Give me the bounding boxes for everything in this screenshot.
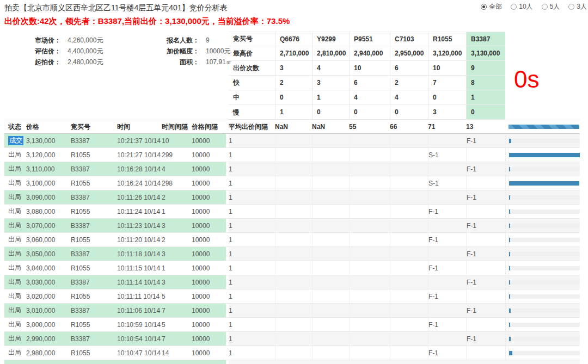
cell-price: 2,990,000 [26, 332, 71, 346]
cell-empty [390, 148, 428, 162]
cell-bidder: B3387 [71, 162, 117, 176]
cell-status: 出局 [8, 318, 26, 331]
cell-count: 1 [229, 275, 275, 289]
cell-price: 3,010,000 [26, 304, 71, 317]
bar-track [509, 280, 580, 285]
cell-price-interval: 10000 [192, 318, 226, 331]
cell-empty [312, 176, 349, 190]
info-label: 市场价： [22, 35, 61, 46]
cell-bar [508, 233, 580, 246]
stats-value: 0 [312, 105, 349, 120]
cell-count: 1 [229, 233, 275, 246]
pad [4, 162, 8, 176]
interval-bar [509, 139, 511, 143]
cell-status: 出局 [8, 190, 26, 204]
interval-bar [509, 209, 510, 214]
bid-row: 出局3,030,000B338710:11:14 10/143100001F-1 [4, 275, 580, 289]
cell-empty [390, 289, 428, 303]
cell-empty [390, 346, 428, 360]
cell-empty [275, 190, 312, 204]
bid-row: 出局3,060,000R105510:11:20 10/142100001F-1 [4, 233, 580, 247]
stats-value: 0 [390, 105, 428, 120]
stats-bidder-Y9299: Y9299 [312, 32, 349, 46]
interval-bar [509, 195, 510, 200]
cell-bidder: B3387 [71, 304, 117, 317]
bid-row: 出局3,070,000B338710:11:23 10/143100001F-1 [4, 219, 580, 233]
cell-time: 10:21:37 10/14 [117, 134, 162, 147]
cell-empty [312, 205, 349, 218]
countdown-timer: 0s [514, 66, 539, 92]
pad [4, 233, 8, 246]
interval-bar [509, 280, 510, 285]
cell-price: 3,130,000 [26, 134, 71, 147]
cell-price-interval: 10000 [192, 190, 226, 204]
cell-empty [349, 219, 390, 232]
cell-empty [349, 346, 390, 360]
radio-label: 3人 [577, 2, 587, 11]
cell-price: 2,980,000 [26, 346, 71, 360]
table-row-partial [4, 360, 226, 364]
cell-empty [349, 261, 390, 275]
cell-count: 1 [229, 205, 275, 218]
cell-speed-label: F-1 [428, 233, 466, 246]
cell-status: 出局 [8, 346, 26, 360]
cell-count: 1 [229, 318, 275, 331]
cell-empty [390, 205, 428, 218]
cell-time: 10:11:26 10/14 [117, 190, 162, 204]
stats-value: 3 [428, 105, 466, 120]
filter-radio-0[interactable]: 全部 [481, 2, 502, 11]
filter-radio-3[interactable]: 3人 [568, 2, 587, 11]
bids-header-5: 价格间隔 [192, 120, 226, 133]
radio-label: 5人 [550, 2, 560, 11]
cell-count: 1 [229, 247, 275, 261]
cell-bidder: R1055 [71, 148, 117, 162]
cell-empty [312, 289, 349, 303]
pad [4, 289, 8, 303]
cell-empty [349, 247, 390, 261]
cell-speed-label: F-1 [466, 304, 505, 317]
cell-bidder: R1055 [71, 233, 117, 246]
cell-empty [390, 219, 428, 232]
filter-radio-1[interactable]: 10人 [511, 2, 532, 11]
cell-empty [349, 134, 390, 147]
bar-track [509, 167, 580, 171]
cell-empty [275, 233, 312, 246]
bar-track [509, 337, 580, 341]
pad [4, 148, 8, 162]
cell-time-interval: 3 [162, 219, 192, 232]
cell-empty [312, 304, 349, 317]
cell-time-interval: 4 [162, 162, 192, 176]
interval-bar [509, 337, 511, 341]
interval-bar [509, 351, 512, 355]
cell-empty [390, 261, 428, 275]
cell-time: 10:11:06 10/14 [117, 304, 162, 317]
cell-count: 1 [229, 148, 275, 162]
cell-bidder: R1055 [71, 261, 117, 275]
bar-track [509, 266, 580, 270]
cell-speed-label: F-1 [428, 261, 466, 275]
cell-empty [349, 332, 390, 346]
cell-empty [390, 176, 428, 190]
cell-empty [466, 346, 505, 360]
cell-time: 10:11:23 10/14 [117, 219, 162, 232]
pad [4, 219, 8, 232]
stats-bidder-Q6676: Q6676 [275, 32, 312, 46]
interval-bar [509, 309, 511, 313]
cell-empty [275, 219, 312, 232]
cell-bar [508, 289, 580, 303]
bar-track [509, 224, 580, 228]
stats-value: 3,120,000 [428, 46, 466, 61]
cell-time: 10:10:59 10/14 [117, 318, 162, 331]
interval-bar [509, 224, 510, 228]
cell-empty [390, 304, 428, 317]
cell-time-interval: 1 [162, 205, 192, 218]
cell-empty [428, 275, 466, 289]
pad [4, 318, 8, 331]
cell-empty [428, 134, 466, 147]
bid-row: 出局2,990,000B338710:10:54 10/147100001F-1 [4, 332, 580, 346]
cell-empty [428, 332, 466, 346]
stats-row: 中014401 [229, 90, 505, 105]
cell-empty [349, 233, 390, 246]
filter-radio-2[interactable]: 5人 [542, 2, 560, 11]
info-value: 2,480,000元 [61, 57, 127, 67]
